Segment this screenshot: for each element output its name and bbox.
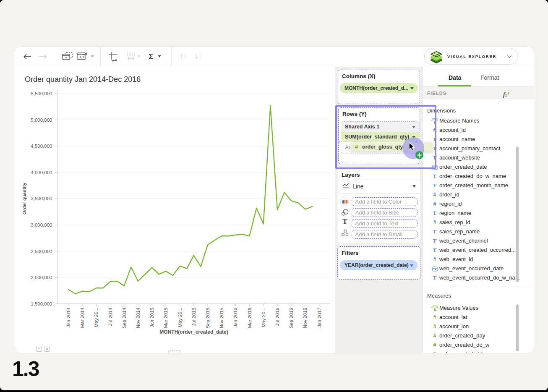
- svg-text:Jan 2016: Jan 2016: [233, 308, 238, 327]
- svg-text:4,000,000: 4,000,000: [31, 170, 52, 175]
- svg-text:Jul 2015: Jul 2015: [191, 308, 196, 326]
- svg-text:3,500,000: 3,500,000: [31, 196, 52, 201]
- svg-text:Mar 2015: Mar 2015: [163, 308, 168, 328]
- svg-text:1,500,000: 1,500,000: [31, 301, 52, 306]
- svg-text:2,000,000: 2,000,000: [31, 275, 52, 280]
- svg-text:Jan 2014: Jan 2014: [66, 307, 71, 327]
- svg-text:2,500,000: 2,500,000: [31, 249, 52, 254]
- svg-text:Mar 2014: Mar 2014: [80, 307, 85, 328]
- svg-text:Nov 2014: Nov 2014: [136, 307, 141, 328]
- svg-text:5,500,000: 5,500,000: [31, 91, 52, 96]
- svg-text:May 20...: May 20...: [94, 308, 99, 327]
- svg-text:Nov 2016: Nov 2016: [303, 308, 308, 328]
- svg-text:5,000,000: 5,000,000: [31, 118, 52, 123]
- svg-text:May 20...: May 20...: [261, 308, 266, 327]
- svg-text:Sep 2015: Sep 2015: [205, 308, 210, 328]
- svg-text:May 20...: May 20...: [177, 308, 183, 327]
- svg-text:#: #: [433, 307, 436, 311]
- svg-text:Sep 2014: Sep 2014: [122, 307, 127, 328]
- svg-text:Jul 2016: Jul 2016: [275, 308, 280, 326]
- svg-text:4,500,000: 4,500,000: [31, 144, 52, 149]
- svg-text:Order quantity: Order quantity: [22, 182, 27, 214]
- svg-text:Jul 2014: Jul 2014: [108, 307, 113, 326]
- svg-text:MONTH(order_created_date): MONTH(order_created_date): [159, 329, 228, 335]
- svg-text:Jan 2015: Jan 2015: [149, 308, 154, 327]
- svg-text:Nov 2015: Nov 2015: [219, 308, 224, 328]
- svg-text:Jan 2017: Jan 2017: [317, 308, 322, 327]
- svg-text:Mar 2016: Mar 2016: [247, 308, 252, 328]
- svg-text:3,000,000: 3,000,000: [31, 222, 52, 227]
- svg-text:Sep 2016: Sep 2016: [289, 308, 294, 328]
